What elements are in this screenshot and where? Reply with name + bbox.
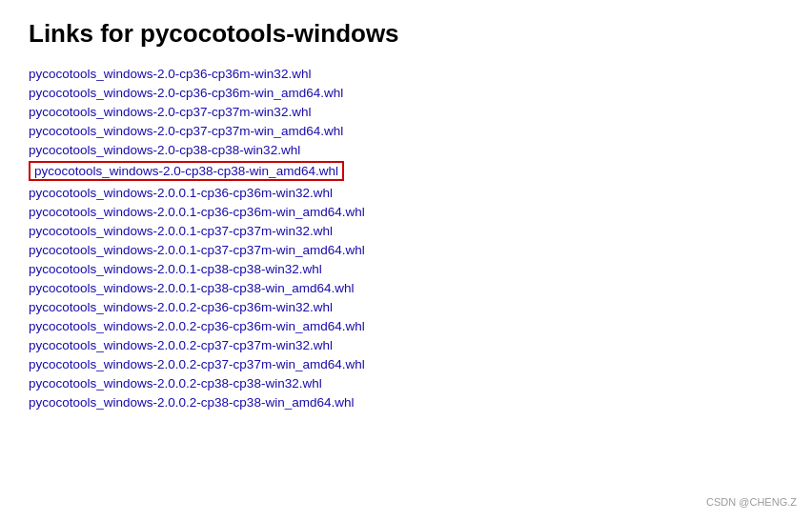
list-item: pycocotools_windows-2.0.0.2-cp36-cp36m-w…	[29, 318, 783, 333]
list-item: pycocotools_windows-2.0.0.1-cp36-cp36m-w…	[29, 185, 783, 200]
list-item: pycocotools_windows-2.0-cp37-cp37m-win_a…	[29, 123, 783, 138]
link-item-0[interactable]: pycocotools_windows-2.0-cp36-cp36m-win32…	[29, 67, 311, 81]
link-item-6[interactable]: pycocotools_windows-2.0.0.1-cp36-cp36m-w…	[29, 186, 333, 200]
list-item: pycocotools_windows-2.0.0.2-cp38-cp38-wi…	[29, 394, 783, 410]
list-item: pycocotools_windows-2.0.0.2-cp37-cp37m-w…	[29, 356, 783, 371]
link-item-16[interactable]: pycocotools_windows-2.0.0.2-cp38-cp38-wi…	[29, 376, 322, 391]
page-title: Links for pycocotools-windows	[29, 19, 783, 49]
list-item: pycocotools_windows-2.0-cp38-cp38-win_am…	[29, 161, 783, 181]
watermark: CSDN @CHENG.Z	[706, 496, 797, 508]
link-item-15[interactable]: pycocotools_windows-2.0.0.2-cp37-cp37m-w…	[29, 357, 365, 371]
list-item: pycocotools_windows-2.0.0.1-cp38-cp38-wi…	[29, 280, 783, 295]
link-item-7[interactable]: pycocotools_windows-2.0.0.1-cp36-cp36m-w…	[29, 205, 365, 219]
link-item-17[interactable]: pycocotools_windows-2.0.0.2-cp38-cp38-wi…	[29, 395, 354, 410]
link-item-4[interactable]: pycocotools_windows-2.0-cp38-cp38-win32.…	[29, 143, 300, 157]
list-item: pycocotools_windows-2.0.0.1-cp37-cp37m-w…	[29, 223, 783, 238]
list-item: pycocotools_windows-2.0.0.1-cp38-cp38-wi…	[29, 261, 783, 276]
link-item-10[interactable]: pycocotools_windows-2.0.0.1-cp38-cp38-wi…	[29, 262, 322, 276]
list-item: pycocotools_windows-2.0-cp38-cp38-win32.…	[29, 142, 783, 157]
link-item-9[interactable]: pycocotools_windows-2.0.0.1-cp37-cp37m-w…	[29, 243, 365, 257]
list-item: pycocotools_windows-2.0.0.2-cp36-cp36m-w…	[29, 299, 783, 314]
link-item-2[interactable]: pycocotools_windows-2.0-cp37-cp37m-win32…	[29, 105, 311, 119]
list-item: pycocotools_windows-2.0.0.2-cp38-cp38-wi…	[29, 375, 783, 391]
link-item-1[interactable]: pycocotools_windows-2.0-cp36-cp36m-win_a…	[29, 86, 343, 100]
link-item-3[interactable]: pycocotools_windows-2.0-cp37-cp37m-win_a…	[29, 124, 343, 138]
list-item: pycocotools_windows-2.0.0.1-cp36-cp36m-w…	[29, 204, 783, 219]
link-item-11[interactable]: pycocotools_windows-2.0.0.1-cp38-cp38-wi…	[29, 281, 354, 295]
link-item-12[interactable]: pycocotools_windows-2.0.0.2-cp36-cp36m-w…	[29, 300, 333, 314]
list-item: pycocotools_windows-2.0-cp36-cp36m-win32…	[29, 66, 783, 81]
list-item: pycocotools_windows-2.0.0.2-cp37-cp37m-w…	[29, 337, 783, 352]
links-list: pycocotools_windows-2.0-cp36-cp36m-win32…	[29, 66, 783, 410]
link-item-14[interactable]: pycocotools_windows-2.0.0.2-cp37-cp37m-w…	[29, 338, 333, 352]
list-item: pycocotools_windows-2.0.0.1-cp37-cp37m-w…	[29, 242, 783, 257]
list-item: pycocotools_windows-2.0-cp36-cp36m-win_a…	[29, 85, 783, 100]
list-item: pycocotools_windows-2.0-cp37-cp37m-win32…	[29, 104, 783, 119]
link-item-8[interactable]: pycocotools_windows-2.0.0.1-cp37-cp37m-w…	[29, 224, 333, 238]
link-item-13[interactable]: pycocotools_windows-2.0.0.2-cp36-cp36m-w…	[29, 319, 365, 333]
link-item-5[interactable]: pycocotools_windows-2.0-cp38-cp38-win_am…	[29, 161, 344, 181]
